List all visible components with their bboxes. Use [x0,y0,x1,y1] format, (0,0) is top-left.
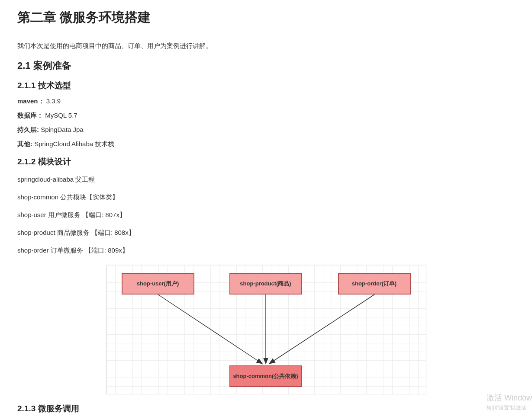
tech-maven-label: maven： [17,97,45,105]
module-product: shop-product 商品微服务 【端口: 808x】 [17,227,515,238]
module-user: shop-user 用户微服务 【端口: 807x】 [17,209,515,221]
tech-maven: maven： 3.3.9 [17,97,515,106]
watermark-line2: 转到"设置"以激活 [487,404,532,412]
tech-other: 其他: SpringCloud Alibaba 技术栈 [17,140,515,148]
module-diagram: shop-user(用户) shop-product(商品) shop-orde… [106,265,426,394]
section-2-1-3: 2.1.3 微服务调用 [17,403,515,413]
tech-persist: 持久层: SpingData Jpa [17,126,515,134]
windows-activation-watermark: 激活 Window 转到"设置"以激活 [487,392,532,412]
chapter-title: 第二章 微服务环境搭建 [17,9,515,31]
section-2-1-2: 2.1.2 模块设计 [17,156,515,167]
box-shop-order: shop-order(订单) [338,273,411,295]
svg-line-0 [158,295,262,364]
box-shop-user: shop-user(用户) [122,273,194,295]
tech-other-label: 其他: [17,140,32,147]
tech-other-value: SpringCloud Alibaba 技术栈 [34,140,114,147]
intro-text: 我们本次是使用的电商项目中的商品、订单、用户为案例进行讲解。 [17,40,515,51]
svg-line-2 [269,295,374,364]
tech-db-label: 数据库： [17,112,43,119]
module-common: shop-common 公共模块【实体类】 [17,191,515,203]
section-2-1-1: 2.1.1 技术选型 [17,80,515,91]
watermark-line1: 激活 Window [487,392,532,404]
module-order: shop-order 订单微服务 【端口: 809x】 [17,244,515,256]
module-parent: springcloud-alibaba 父工程 [17,173,515,185]
tech-db-value: MySQL 5.7 [45,112,77,119]
tech-persist-value: SpingData Jpa [41,126,83,133]
section-2-1: 2.1 案例准备 [17,59,515,72]
box-shop-common: shop-common(公共依赖) [229,365,302,387]
box-shop-product: shop-product(商品) [229,273,302,295]
tech-maven-value: 3.3.9 [46,97,61,105]
tech-db: 数据库： MySQL 5.7 [17,112,515,120]
tech-persist-label: 持久层: [17,126,39,133]
